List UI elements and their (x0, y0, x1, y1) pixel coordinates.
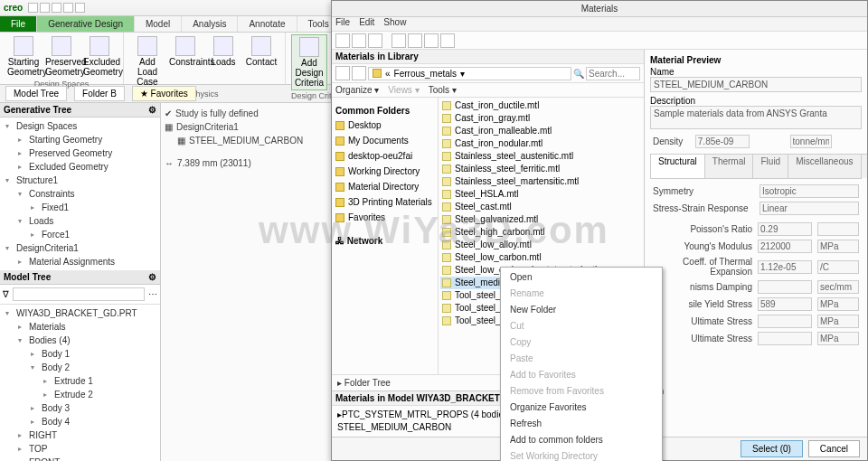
folder-item[interactable]: Desktop (335, 118, 434, 133)
panel-gear-icon[interactable]: ⚙ (148, 272, 156, 282)
prop-unit[interactable] (817, 222, 859, 236)
qat-open-icon[interactable] (40, 3, 50, 13)
prop-unit[interactable] (817, 240, 859, 253)
nav-back-icon[interactable] (335, 66, 350, 80)
views-menu[interactable]: Views ▾ (388, 85, 419, 95)
subtab-model-tree[interactable]: Model Tree (5, 86, 67, 101)
tab-fluid[interactable]: Fluid (752, 154, 788, 178)
generative-tree[interactable]: Design Spaces Starting Geometry Preserve… (0, 118, 160, 270)
subtab-folder[interactable]: Folder B (74, 86, 125, 101)
folder-item[interactable]: 3D Printing Materials (335, 194, 434, 210)
material-file[interactable]: Stainless_steel_martensitic.mtl (440, 175, 642, 188)
material-file[interactable]: Steel_low_carbon.mtl (440, 251, 642, 264)
organize-menu[interactable]: Organize ▾ (335, 85, 379, 95)
starting-geometry-button[interactable]: Starting Geometry (5, 34, 42, 79)
toolbar-delete-icon[interactable] (424, 33, 439, 48)
ctx-open[interactable]: Open (501, 269, 662, 286)
prop-unit[interactable] (817, 297, 859, 311)
ctx-organize-favorites[interactable]: Organize Favorites (501, 400, 662, 416)
folder-item[interactable]: My Documents (335, 133, 434, 148)
prop-value[interactable] (758, 260, 812, 274)
tab-file[interactable]: File (0, 16, 37, 32)
toolbar-new-icon[interactable] (335, 33, 350, 48)
add-load-case-button[interactable]: Add Load Case (129, 34, 165, 89)
tab-appearance[interactable]: Appearance (861, 154, 867, 178)
tab-structural[interactable]: Structural (650, 154, 705, 178)
tab-model[interactable]: Model (135, 16, 182, 32)
toolbar-preview-icon[interactable] (440, 33, 455, 48)
prop-value[interactable] (758, 332, 812, 345)
menu-file[interactable]: File (335, 17, 350, 31)
subtab-favorites[interactable]: ★ Favorites (132, 86, 196, 101)
prop-unit[interactable] (817, 332, 859, 345)
tab-annotate[interactable]: Annotate (238, 16, 297, 32)
prop-unit[interactable] (817, 280, 859, 294)
network-label[interactable]: 🖧 Network (335, 234, 434, 248)
tab-analysis[interactable]: Analysis (182, 16, 238, 32)
filter-funnel-icon[interactable]: ∇ (3, 289, 9, 299)
density-input[interactable] (695, 135, 750, 148)
tab-thermal[interactable]: Thermal (704, 154, 754, 178)
toolbar-save-icon[interactable] (352, 33, 366, 48)
material-file[interactable]: Steel_galvanized.mtl (440, 213, 642, 226)
prop-label: nisms Damping (650, 278, 755, 296)
tree-filter-input[interactable] (13, 287, 145, 301)
qat-redo-icon[interactable] (75, 3, 85, 13)
menu-show[interactable]: Show (383, 17, 406, 31)
prop-value[interactable] (758, 222, 812, 236)
density-unit[interactable] (790, 135, 832, 148)
add-design-criteria-button[interactable]: Add Design Criteria (291, 34, 327, 90)
material-file[interactable]: Cast_iron_ductile.mtl (440, 99, 642, 112)
design-criteria-item[interactable]: ▦ DesignCriteria1 (165, 120, 333, 134)
loads-button[interactable]: Loads (205, 34, 241, 89)
prop-value[interactable] (758, 240, 812, 253)
filter-settings-icon[interactable]: ⋯ (148, 289, 157, 299)
qat-undo-icon[interactable] (63, 3, 73, 13)
material-item[interactable]: ▦ STEEL_MEDIUM_CARBON (165, 134, 333, 147)
prop-value[interactable] (758, 315, 812, 328)
toolbar-saveas-icon[interactable] (368, 33, 382, 48)
material-file[interactable]: Steel_low_alloy.mtl (440, 239, 642, 251)
material-file[interactable]: Stainless_steel_ferritic.mtl (440, 163, 642, 175)
search-input[interactable] (586, 67, 640, 80)
ctx-new-folder[interactable]: New Folder (501, 302, 662, 318)
toolbar-assign-icon[interactable] (392, 33, 406, 48)
material-file[interactable]: Cast_iron_gray.mtl (440, 112, 642, 125)
toolbar-remove-icon[interactable] (408, 33, 422, 48)
material-file[interactable]: Cast_iron_malleable.mtl (440, 125, 642, 137)
tab-misc[interactable]: Miscellaneous (788, 154, 861, 178)
description-label: Description (650, 96, 862, 106)
panel-gear-icon[interactable]: ⚙ (148, 105, 156, 115)
ctx-add-to-common-folders[interactable]: Add to common folders (501, 432, 662, 448)
contact-button[interactable]: Contact (243, 34, 279, 89)
qat-new-icon[interactable] (28, 3, 38, 13)
menu-edit[interactable]: Edit (359, 17, 374, 31)
prop-unit[interactable] (817, 260, 859, 274)
breadcrumb[interactable]: « Ferrous_metals ▾ (368, 67, 571, 80)
material-file[interactable]: Steel_high_carbon.mtl (440, 226, 642, 239)
cancel-button[interactable]: Cancel (808, 440, 860, 457)
material-file[interactable]: Steel_cast.mtl (440, 201, 642, 213)
ssr-select[interactable] (760, 202, 859, 215)
material-file[interactable]: Steel_HSLA.mtl (440, 188, 642, 201)
folder-item[interactable]: Working Directory (335, 164, 434, 179)
folder-item[interactable]: Material Directory (335, 179, 434, 194)
prop-value[interactable] (758, 280, 812, 294)
folder-item[interactable]: desktop-oeu2fai (335, 148, 434, 164)
ctx-refresh[interactable]: Refresh (501, 416, 662, 432)
folder-item[interactable]: Favorites (335, 210, 434, 225)
select-button[interactable]: Select (0) (741, 440, 803, 457)
excluded-geometry-button[interactable]: Excluded Geometry (81, 34, 118, 79)
qat-save-icon[interactable] (52, 3, 61, 13)
tab-generative-design[interactable]: Generative Design (37, 16, 135, 32)
prop-value[interactable] (758, 297, 812, 311)
nav-fwd-icon[interactable] (352, 66, 366, 80)
prop-unit[interactable] (817, 315, 859, 328)
model-tree[interactable]: WIYA3D_BRACKET_GD.PRT Materials Bodies (… (0, 305, 160, 461)
symmetry-select[interactable] (760, 184, 859, 198)
tools-menu[interactable]: Tools ▾ (429, 85, 457, 95)
preserved-geometry-button[interactable]: Preserved Geometry (43, 34, 80, 79)
constraints-button[interactable]: Constraints (167, 34, 203, 89)
material-file[interactable]: Stainless_steel_austenitic.mtl (440, 150, 642, 163)
material-file[interactable]: Cast_iron_nodular.mtl (440, 137, 642, 150)
